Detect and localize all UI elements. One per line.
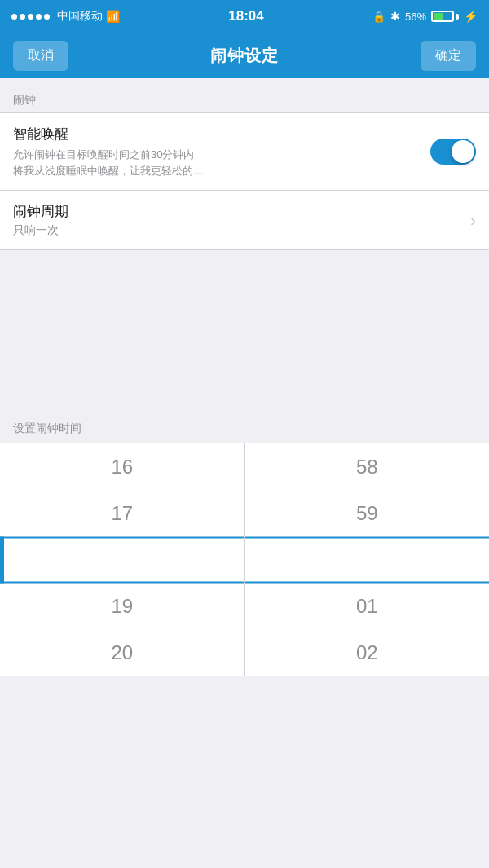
minute-item-02[interactable]: 02	[245, 629, 490, 676]
hour-picker-items: 16 17 18 时 19 20	[0, 443, 244, 676]
lock-icon: 🔒	[372, 11, 385, 23]
battery-indicator	[431, 11, 459, 22]
status-bar: 中国移动 📶 18:04 🔒 ✱ 56% ⚡	[0, 0, 489, 33]
nav-bar: 取消 闹钟设定 确定	[0, 33, 489, 78]
smart-wake-title: 智能唤醒	[13, 125, 421, 143]
hour-item-20[interactable]: 20	[0, 629, 244, 676]
minute-item-01[interactable]: 01	[245, 583, 490, 629]
smart-wake-toggle[interactable]	[430, 139, 476, 165]
hour-item-18[interactable]: 18 时	[0, 536, 244, 583]
minute-item-58[interactable]: 58	[245, 443, 490, 490]
toggle-thumb	[452, 140, 474, 163]
smart-wake-description: 允许闹钟在目标唤醒时间之前30分钟内将我从浅度睡眠中唤醒，让我更轻松的…	[13, 147, 421, 178]
hour-selected-accent	[0, 536, 4, 583]
minute-item-00[interactable]: 00 分	[245, 536, 490, 583]
settings-card: 智能唤醒 允许闹钟在目标唤醒时间之前30分钟内将我从浅度睡眠中唤醒，让我更轻松的…	[0, 112, 489, 250]
page-title: 闹钟设定	[210, 45, 279, 67]
hour-item-17[interactable]: 17	[0, 490, 244, 536]
smart-wake-row: 智能唤醒 允许闹钟在目标唤醒时间之前30分钟内将我从浅度睡眠中唤醒，让我更轻松的…	[0, 113, 489, 191]
spacer	[0, 250, 489, 413]
hour-unit: 时	[129, 551, 142, 568]
status-left: 中国移动 📶	[11, 9, 120, 24]
smart-wake-text: 智能唤醒 允许闹钟在目标唤醒时间之前30分钟内将我从浅度睡眠中唤醒，让我更轻松的…	[13, 125, 421, 178]
hour-item-16[interactable]: 16	[0, 443, 244, 490]
wifi-icon: 📶	[106, 10, 120, 23]
time-picker[interactable]: 16 17 18 时 19 20	[0, 443, 489, 676]
time-picker-label: 设置闹钟时间	[0, 413, 489, 443]
alarm-cycle-text: 闹钟周期 只响一次	[13, 202, 68, 238]
alarm-section-label: 闹钟	[0, 86, 489, 112]
battery-percent: 56%	[405, 11, 426, 23]
signal-dots	[11, 14, 50, 20]
hour-item-19[interactable]: 19	[0, 583, 244, 629]
alarm-cycle-sub: 只响一次	[13, 223, 68, 238]
chevron-right-icon: ›	[470, 211, 476, 230]
minute-picker-column[interactable]: 58 59 00 分 01 02	[245, 443, 490, 676]
charging-icon: ⚡	[464, 10, 478, 23]
status-right: 🔒 ✱ 56% ⚡	[372, 10, 478, 23]
content-area: 闹钟 智能唤醒 允许闹钟在目标唤醒时间之前30分钟内将我从浅度睡眠中唤醒，让我更…	[0, 78, 489, 676]
hour-picker-column[interactable]: 16 17 18 时 19 20	[0, 443, 245, 676]
confirm-button[interactable]: 确定	[421, 41, 476, 71]
status-time: 18:04	[228, 8, 263, 24]
alarm-cycle-row[interactable]: 闹钟周期 只响一次 ›	[0, 191, 489, 249]
carrier-label: 中国移动	[57, 9, 103, 24]
minute-picker-items: 58 59 00 分 01 02	[245, 443, 490, 676]
minute-unit: 分	[374, 551, 387, 568]
bluetooth-icon: ✱	[390, 10, 400, 23]
cancel-button[interactable]: 取消	[13, 41, 68, 71]
minute-item-59[interactable]: 59	[245, 490, 490, 536]
alarm-cycle-title: 闹钟周期	[13, 202, 68, 221]
